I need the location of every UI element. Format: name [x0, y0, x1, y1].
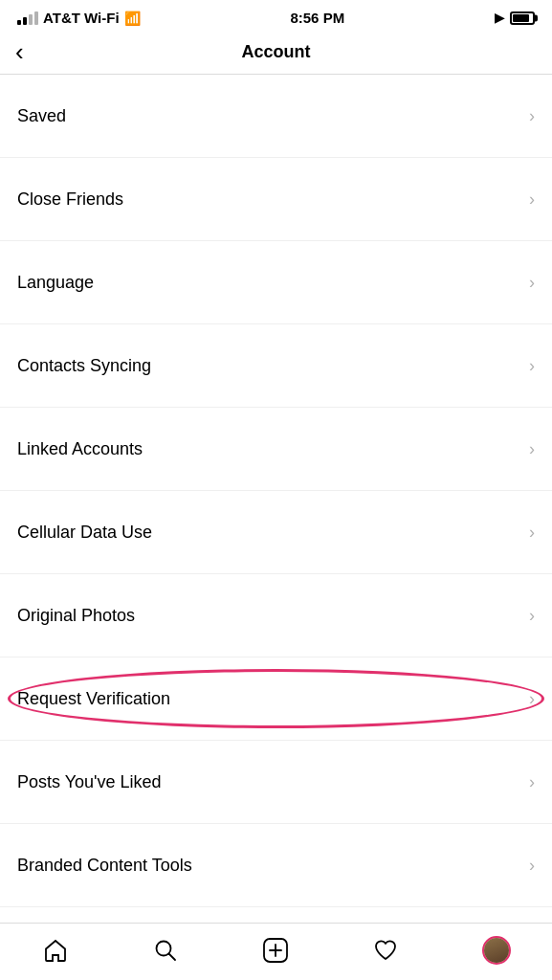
menu-item-contacts-syncing[interactable]: Contacts Syncing›: [0, 324, 552, 408]
back-button[interactable]: ‹: [15, 39, 33, 64]
chevron-icon-posts-youve-liked: ›: [529, 772, 535, 792]
profile-avatar: [482, 936, 511, 965]
menu-label-original-photos: Original Photos: [17, 606, 135, 626]
signal-icon: [17, 11, 38, 25]
heart-icon: [372, 937, 399, 964]
menu-label-cellular-data-use: Cellular Data Use: [17, 523, 152, 543]
page-title: Account: [242, 42, 311, 62]
status-bar: AT&T Wi-Fi 📶 8:56 PM ▶: [0, 0, 552, 32]
menu-item-posts-youve-liked[interactable]: Posts You've Liked›: [0, 741, 552, 824]
menu-label-linked-accounts: Linked Accounts: [17, 439, 143, 459]
menu-list: Saved›Close Friends›Language›Contacts Sy…: [0, 75, 552, 923]
menu-item-linked-accounts[interactable]: Linked Accounts›: [0, 408, 552, 491]
chevron-icon-original-photos: ›: [529, 606, 535, 626]
menu-item-language[interactable]: Language›: [0, 241, 552, 324]
chevron-icon-language: ›: [529, 273, 535, 293]
add-icon: [262, 937, 289, 964]
chevron-icon-request-verification: ›: [529, 689, 535, 709]
menu-label-close-friends: Close Friends: [17, 189, 123, 210]
nav-header: ‹ Account: [0, 32, 552, 75]
menu-item-branded-content-tools[interactable]: Branded Content Tools›: [0, 824, 552, 907]
menu-label-request-verification: Request Verification: [17, 689, 170, 709]
tab-search[interactable]: [143, 931, 188, 969]
tab-bar: [0, 923, 552, 980]
tab-activity[interactable]: [363, 931, 408, 969]
status-right: ▶: [495, 11, 535, 25]
menu-item-request-verification[interactable]: Request Verification›: [0, 657, 552, 741]
tab-home[interactable]: [33, 931, 78, 969]
menu-item-original-photos[interactable]: Original Photos›: [0, 574, 552, 657]
tab-add[interactable]: [253, 931, 298, 969]
chevron-icon-cellular-data-use: ›: [529, 523, 535, 543]
search-icon: [152, 937, 179, 964]
menu-label-language: Language: [17, 273, 94, 293]
chevron-icon-branded-content-tools: ›: [529, 856, 535, 876]
menu-item-cellular-data-use[interactable]: Cellular Data Use›: [0, 491, 552, 574]
menu-item-saved[interactable]: Saved›: [0, 75, 552, 158]
chevron-icon-saved: ›: [529, 106, 535, 126]
menu-label-saved: Saved: [17, 106, 66, 126]
location-icon: ▶: [495, 11, 504, 25]
chevron-icon-linked-accounts: ›: [529, 439, 535, 459]
menu-label-branded-content-tools: Branded Content Tools: [17, 856, 192, 876]
chevron-icon-contacts-syncing: ›: [529, 356, 535, 376]
status-left: AT&T Wi-Fi 📶: [17, 10, 141, 26]
menu-label-posts-youve-liked: Posts You've Liked: [17, 772, 162, 792]
wifi-icon: 📶: [124, 11, 141, 26]
tab-profile[interactable]: [473, 930, 520, 970]
status-time: 8:56 PM: [290, 10, 344, 26]
chevron-icon-close-friends: ›: [529, 189, 535, 210]
home-icon: [42, 937, 69, 964]
carrier-label: AT&T Wi-Fi: [43, 10, 120, 26]
menu-item-close-friends[interactable]: Close Friends›: [0, 158, 552, 241]
battery-icon: [510, 11, 535, 25]
menu-label-contacts-syncing: Contacts Syncing: [17, 356, 151, 376]
svg-line-1: [168, 953, 175, 960]
